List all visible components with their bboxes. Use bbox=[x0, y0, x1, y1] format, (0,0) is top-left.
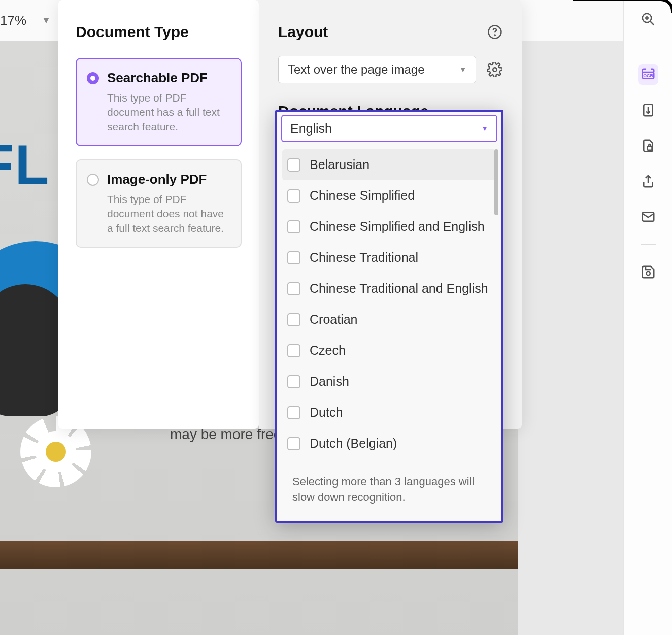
doc-type-option-desc: This type of PDF document has a full tex… bbox=[107, 91, 230, 134]
doc-type-searchable-pdf[interactable]: Searchable PDF This type of PDF document… bbox=[76, 58, 242, 146]
separator bbox=[641, 244, 656, 245]
ocr-icon[interactable]: OCR bbox=[638, 64, 658, 85]
language-option-label: Chinese Traditional and English bbox=[310, 281, 488, 296]
language-option-list: Belarusian Chinese Simplified Chinese Si… bbox=[277, 147, 501, 459]
language-option-label: Dutch bbox=[310, 405, 343, 420]
checkbox-icon bbox=[287, 158, 300, 172]
chevron-down-icon: ▼ bbox=[42, 15, 51, 26]
checkbox-icon bbox=[287, 251, 300, 264]
language-option[interactable]: Chinese Traditional and English bbox=[282, 273, 496, 304]
bg-wood-strip bbox=[0, 541, 518, 569]
language-option-label: Chinese Traditional bbox=[310, 250, 418, 265]
svg-text:OCR: OCR bbox=[643, 73, 653, 78]
radio-icon bbox=[87, 174, 99, 186]
language-option[interactable]: Croatian bbox=[282, 304, 496, 335]
checkbox-icon bbox=[287, 344, 300, 357]
language-option-label: Chinese Simplified and English bbox=[310, 219, 485, 234]
svg-rect-10 bbox=[647, 146, 652, 150]
layout-title: Layout bbox=[278, 23, 328, 41]
document-type-title: Document Type bbox=[76, 23, 242, 41]
help-icon[interactable] bbox=[487, 24, 502, 40]
rotate-icon[interactable] bbox=[638, 100, 658, 120]
language-option[interactable]: Chinese Simplified bbox=[282, 180, 496, 211]
language-select[interactable]: English ▼ bbox=[281, 115, 497, 142]
doc-type-option-title: Searchable PDF bbox=[107, 70, 230, 86]
language-option[interactable]: Chinese Simplified and English bbox=[282, 211, 496, 242]
checkbox-icon bbox=[287, 189, 300, 203]
language-warning-text: Selecting more than 3 languages will slo… bbox=[292, 474, 486, 506]
doc-type-image-only-pdf[interactable]: Image-only PDF This type of PDF document… bbox=[76, 159, 242, 248]
separator bbox=[641, 47, 656, 47]
language-option-label: Chinese Simplified bbox=[310, 188, 415, 203]
chevron-down-icon: ▼ bbox=[459, 65, 466, 74]
language-option-label: Czech bbox=[310, 343, 346, 358]
zoom-dropdown[interactable]: 17% ▼ bbox=[0, 13, 51, 28]
layout-select-value: Text over the page image bbox=[288, 62, 425, 77]
language-option[interactable]: Chinese Traditional bbox=[282, 242, 496, 273]
language-option[interactable]: Danish bbox=[282, 366, 496, 397]
svg-point-12 bbox=[646, 272, 650, 276]
layout-select[interactable]: Text over the page image ▼ bbox=[278, 56, 476, 83]
search-icon[interactable] bbox=[638, 9, 658, 29]
language-option[interactable]: Dutch bbox=[282, 397, 496, 428]
language-dropdown: English ▼ Belarusian Chinese Simplified … bbox=[275, 110, 503, 523]
zoom-value: 17% bbox=[0, 13, 26, 28]
language-option[interactable]: Dutch (Belgian) bbox=[282, 428, 496, 459]
checkbox-icon bbox=[287, 282, 300, 295]
language-option-label: Croatian bbox=[310, 312, 358, 327]
language-option[interactable]: Belarusian bbox=[282, 149, 496, 180]
language-option[interactable]: Czech bbox=[282, 335, 496, 366]
gear-icon[interactable] bbox=[487, 62, 502, 77]
share-icon[interactable] bbox=[638, 171, 658, 191]
save-icon[interactable] bbox=[638, 262, 658, 282]
mail-icon[interactable] bbox=[638, 207, 658, 227]
language-selected-value: English bbox=[290, 121, 332, 136]
right-sidebar: OCR bbox=[623, 0, 672, 635]
language-option-label: Belarusian bbox=[310, 157, 369, 172]
checkbox-icon bbox=[287, 406, 300, 419]
bg-large-text: FL bbox=[0, 132, 50, 196]
svg-point-1 bbox=[494, 35, 495, 36]
checkbox-icon bbox=[287, 220, 300, 233]
doc-type-option-desc: This type of PDF document does not have … bbox=[107, 192, 230, 236]
language-option-label: Danish bbox=[310, 374, 349, 389]
language-option-label: Dutch (Belgian) bbox=[310, 436, 397, 451]
checkbox-icon bbox=[287, 437, 300, 450]
radio-icon bbox=[87, 72, 99, 84]
lock-file-icon[interactable] bbox=[638, 136, 658, 156]
checkbox-icon bbox=[287, 313, 300, 326]
checkbox-icon bbox=[287, 375, 300, 388]
triangle-down-icon: ▼ bbox=[481, 124, 488, 132]
svg-point-2 bbox=[493, 68, 497, 72]
doc-type-option-title: Image-only PDF bbox=[107, 172, 230, 187]
svg-line-4 bbox=[650, 21, 654, 25]
scrollbar-thumb[interactable] bbox=[494, 149, 498, 215]
document-type-panel: Document Type Searchable PDF This type o… bbox=[58, 0, 259, 429]
